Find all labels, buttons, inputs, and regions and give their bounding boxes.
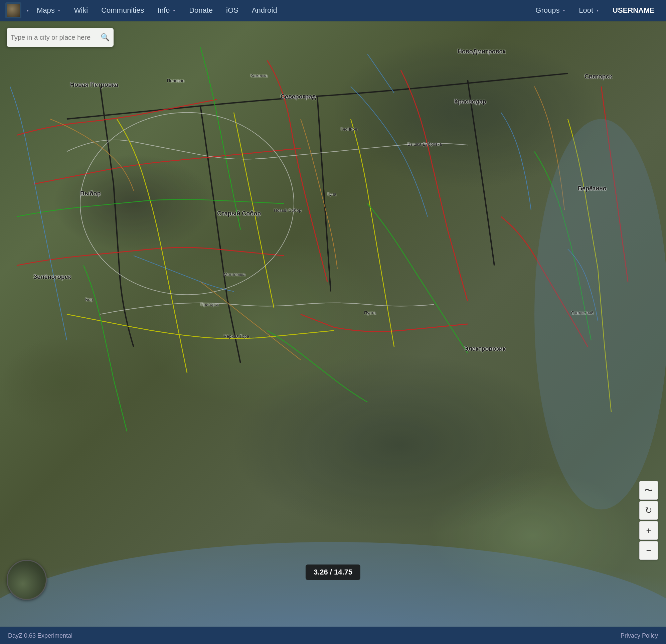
minimap	[7, 560, 47, 600]
nav-groups[interactable]: Groups ▼	[529, 3, 572, 17]
info-dropdown-icon: ▼	[172, 9, 176, 12]
groups-dropdown-icon: ▼	[562, 9, 565, 12]
loot-dropdown-icon: ▼	[596, 9, 599, 12]
navbar: ▼ Maps ▼ Wiki Communities Info ▼ Donate …	[0, 0, 666, 21]
maps-dropdown-icon: ▼	[57, 9, 61, 12]
nav-info[interactable]: Info ▼	[152, 3, 182, 17]
nav-maps[interactable]: Maps ▼	[31, 3, 67, 17]
nav-android[interactable]: Android	[246, 3, 283, 17]
nav-donate[interactable]: Donate	[183, 3, 219, 17]
route-button[interactable]: 〜	[639, 481, 658, 500]
version-label: DayZ 0.63 Experimental	[8, 632, 72, 639]
map-controls: 〜 ↻ + −	[639, 481, 658, 560]
username-display[interactable]: USERNAME	[607, 3, 661, 17]
map-container[interactable]: НовоДмитровск Свягорск Краснодар Новая П…	[0, 21, 666, 627]
nav-loot[interactable]: Loot ▼	[573, 3, 605, 17]
svg-point-1	[0, 542, 666, 627]
coordinates-tooltip: 3.26 / 14.75	[305, 564, 361, 580]
nav-wiki[interactable]: Wiki	[68, 3, 94, 17]
logo-dropdown-arrow[interactable]: ▼	[26, 9, 29, 12]
logo-image	[7, 4, 20, 17]
map-svg	[0, 21, 666, 627]
footer: DayZ 0.63 Experimental Privacy Policy	[0, 627, 666, 644]
nav-communities[interactable]: Communities	[95, 3, 150, 17]
search-icon[interactable]: 🔍	[101, 33, 109, 42]
minimap-image	[8, 561, 46, 599]
search-box: 🔍	[7, 28, 113, 47]
refresh-button[interactable]: ↻	[639, 501, 658, 520]
zoom-in-button[interactable]: +	[639, 521, 658, 540]
search-input[interactable]	[11, 34, 101, 41]
nav-ios[interactable]: iOS	[220, 3, 245, 17]
logo[interactable]	[5, 2, 21, 18]
svg-point-2	[534, 119, 666, 509]
privacy-policy-link[interactable]: Privacy Policy	[620, 632, 658, 639]
zoom-out-button[interactable]: −	[639, 541, 658, 560]
